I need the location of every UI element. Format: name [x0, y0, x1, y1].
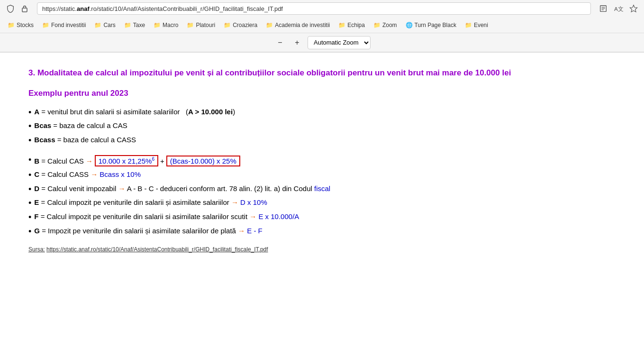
formula-b-box2: (Bcas-10.000) x 25%: [166, 156, 240, 166]
bookmark-label: Fond investitii: [51, 22, 86, 28]
svg-text:A文: A文: [614, 6, 623, 12]
source-url[interactable]: https://static.anaf.ro/static/10/Anaf/As…: [46, 246, 268, 253]
svg-marker-6: [630, 5, 637, 12]
bookmark-label: Croaziera: [233, 22, 257, 28]
arrow-e: →: [231, 198, 238, 206]
formula-b-box1: 10.000 x 21,25%6: [95, 155, 158, 166]
folder-icon: 📁: [266, 22, 273, 28]
formula-g: G = Impozit pe veniturile din salarii și…: [28, 227, 616, 237]
arrow-g: →: [238, 227, 245, 235]
bookmark-label: Academia de investitii: [275, 22, 330, 28]
pdf-toolbar: − + Automatic Zoom 50% 75% 100% 125% 150…: [0, 33, 644, 52]
folder-icon: 📁: [42, 22, 49, 28]
toolbar-icons: A文: [599, 4, 638, 13]
bookmark-academia[interactable]: 📁 Academia de investitii: [262, 20, 334, 30]
bookmark-fond-investitii[interactable]: 📁 Fond investitii: [38, 20, 90, 30]
bookmark-label: Platouri: [196, 22, 215, 28]
arrow-b: →: [86, 157, 93, 165]
source-label: Sursa:: [28, 246, 45, 253]
formula-c-text: C = Calcul CASS → Bcass x 10%: [34, 170, 141, 178]
formula-d: D = Calcul venit impozabil → A - B - C -…: [28, 184, 616, 195]
formula-d-codul: fiscal: [314, 184, 330, 193]
formula-b-text: B = Calcul CAS → 10.000 x 21,25%6 + (Bca…: [34, 155, 240, 166]
reader-icon[interactable]: [599, 4, 608, 13]
bookmark-label: Taxe: [133, 22, 145, 28]
bookmark-zoom[interactable]: 📁 Zoom: [370, 20, 401, 30]
formula-f-value: E x 10.000/A: [258, 212, 299, 221]
formula-e-text: E = Calcul impozit pe veniturile din sal…: [34, 198, 267, 206]
folder-icon: 📁: [124, 22, 131, 28]
bookmark-croaziera[interactable]: 📁 Croaziera: [220, 20, 261, 30]
arrow-f: →: [249, 212, 256, 221]
bookmark-label: Cars: [103, 22, 115, 28]
example-title: Exemplu pentru anul 2023: [28, 89, 616, 98]
browser-nav-icons: [6, 4, 29, 13]
zoom-in-button[interactable]: +: [290, 36, 304, 49]
definition-bcass-text: Bcass = baza de calcul a CASS: [34, 136, 136, 144]
definition-a: A = venitul brut din salarii si asimilat…: [28, 108, 616, 118]
formula-c-value: Bcass x 10%: [100, 170, 141, 178]
folder-icon: 📁: [373, 22, 381, 28]
bookmark-echipa[interactable]: 📁 Echipa: [335, 20, 369, 30]
bookmark-eveni[interactable]: 📁 Eveni: [461, 20, 492, 30]
address-bar[interactable]: https://static.anaf.ro/static/10/Anaf/As…: [37, 2, 591, 15]
bookmark-label: Eveni: [474, 22, 488, 28]
formula-b: B = Calcul CAS → 10.000 x 21,25%6 + (Bca…: [28, 155, 616, 166]
shield-icon: [6, 4, 15, 13]
formula-f-text: F = Calcul impozit pe veniturile din sal…: [34, 212, 299, 221]
formulas-list: B = Calcul CAS → 10.000 x 21,25%6 + (Bca…: [28, 155, 616, 237]
bookmark-label: Stocks: [17, 22, 34, 28]
bookmark-turn-page-black[interactable]: 🌐 Turn Page Black: [402, 20, 460, 30]
definition-bcass: Bcass = baza de calcul a CASS: [28, 136, 616, 146]
star-icon[interactable]: [629, 4, 638, 13]
formula-d-text: D = Calcul venit impozabil → A - B - C -…: [34, 184, 330, 193]
title-bar: https://static.anaf.ro/static/10/Anaf/As…: [0, 0, 644, 17]
pdf-content: 3. Modalitatea de calcul al impozitului …: [0, 53, 644, 340]
translate-icon[interactable]: A文: [614, 4, 623, 13]
formula-e: E = Calcul impozit pe veniturile din sal…: [28, 198, 616, 209]
bookmark-taxe[interactable]: 📁 Taxe: [120, 20, 149, 30]
folder-icon: 📁: [338, 22, 345, 28]
section-title: 3. Modalitatea de calcul al impozitului …: [28, 67, 616, 79]
bookmark-stocks[interactable]: 📁 Stocks: [4, 20, 37, 30]
definition-a-text: A = venitul brut din salarii si asimilat…: [34, 108, 235, 116]
folder-icon: 📁: [465, 22, 472, 28]
formula-c: C = Calcul CASS → Bcass x 10%: [28, 170, 616, 181]
arrow-d: →: [118, 184, 125, 193]
folder-icon: 📁: [224, 22, 231, 28]
formula-e-value: D x 10%: [240, 198, 267, 206]
definition-bcas-text: Bcas = baza de calcul a CAS: [34, 121, 127, 129]
definition-bcas: Bcas = baza de calcul a CAS: [28, 121, 616, 132]
address-text: https://static.anaf.ro/static/10/Anaf/As…: [42, 5, 283, 12]
zoom-select[interactable]: Automatic Zoom 50% 75% 100% 125% 150% 20…: [308, 36, 371, 49]
arrow-c: →: [91, 170, 98, 178]
definitions-list: A = venitul brut din salarii si asimilat…: [28, 108, 616, 146]
zoom-out-button[interactable]: −: [273, 36, 287, 49]
folder-icon: 📁: [8, 22, 15, 28]
plus-sign: +: [160, 157, 164, 165]
bookmark-label: Turn Page Black: [415, 22, 456, 28]
folder-icon: 📁: [154, 22, 161, 28]
bookmark-macro[interactable]: 📁 Macro: [150, 20, 182, 30]
bookmark-label: Macro: [163, 22, 178, 28]
bookmark-platouri[interactable]: 📁 Platouri: [183, 20, 219, 30]
lock-icon: [20, 4, 29, 13]
source-line: Sursa: https://static.anaf.ro/static/10/…: [28, 246, 616, 253]
folder-icon: 📁: [187, 22, 194, 28]
formula-g-value: E - F: [247, 227, 263, 235]
bookmark-cars[interactable]: 📁 Cars: [91, 20, 119, 30]
browser-chrome: https://static.anaf.ro/static/10/Anaf/As…: [0, 0, 644, 53]
svg-rect-0: [22, 8, 27, 12]
bookmarks-bar: 📁 Stocks 📁 Fond investitii 📁 Cars 📁 Taxe…: [0, 17, 644, 33]
formula-f: F = Calcul impozit pe veniturile din sal…: [28, 212, 616, 223]
folder-icon: 📁: [94, 22, 101, 28]
bookmark-label: Echipa: [347, 22, 365, 28]
bookmark-label: Zoom: [382, 22, 397, 28]
globe-icon: 🌐: [406, 22, 413, 28]
formula-g-text: G = Impozit pe veniturile din salarii și…: [34, 227, 262, 235]
